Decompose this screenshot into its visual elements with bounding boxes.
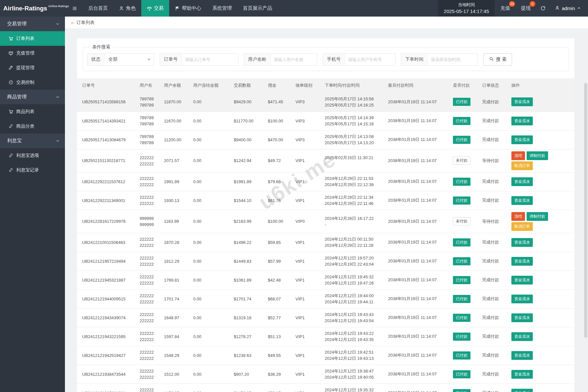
nav-item-products[interactable]: 首页展示产品: [237, 0, 278, 17]
recharge-button[interactable]: 充值 23: [495, 0, 515, 17]
user-name-input[interactable]: [270, 54, 317, 65]
user-name-line: 222222: [140, 349, 159, 355]
cancel-button[interactable]: 取消订单: [511, 161, 533, 170]
flow-button[interactable]: 资金流水: [511, 257, 533, 266]
sidebar-item-withdraw-mgmt[interactable]: 提现管理: [0, 60, 65, 75]
sidebar-item-label: 提现管理: [16, 65, 34, 71]
logo-subtext: Airline-Ratings: [48, 5, 69, 8]
column-header: 是否付款: [450, 78, 480, 93]
pay-time: 2025年05月17日 14:16:25: [325, 102, 383, 108]
paid-badge: 已付款: [453, 351, 470, 360]
scrollbar[interactable]: [584, 83, 587, 338]
cell-level: VIP3: [293, 130, 322, 149]
sidebar-item-order-list[interactable]: 订单列表: [0, 31, 65, 46]
status-select[interactable]: 全部: [105, 54, 154, 65]
sidebar-item-recharge-mgmt[interactable]: 充值管理: [0, 46, 65, 60]
order-time: 2024年12月12日 19:38:47: [325, 368, 383, 374]
cell-paid: 已付款: [450, 252, 480, 271]
cell-order-time: 2024年12月12日 19:38:472024年12月12日 19:40:05: [322, 365, 385, 384]
table-row: UB24122816172299769999999999991163.990.0…: [77, 210, 574, 233]
order-no-input[interactable]: [182, 54, 238, 65]
sidebar-item-lixibao-options[interactable]: 利息宝选项: [0, 148, 65, 163]
cell-amount: $1544.10: [231, 191, 265, 210]
force-button[interactable]: 强制付款: [527, 151, 548, 160]
flow-button[interactable]: 资金流水: [511, 276, 533, 285]
cancel-button[interactable]: 取消订单: [511, 222, 533, 231]
flow-button[interactable]: 资金流水: [511, 313, 533, 322]
user-name-line: 222222: [140, 280, 159, 286]
order-time: 2025年05月17日 14:14:39: [325, 115, 383, 121]
cell-order-id: UB2412121945321887: [77, 271, 137, 289]
cell-level: VIP1: [293, 327, 322, 346]
sidebar-item-product-mgmt[interactable]: 商品管理: [0, 90, 65, 104]
flow-button[interactable]: 资金流水: [511, 238, 533, 247]
cell-balance: 1597.84: [161, 327, 191, 346]
nav-item-system[interactable]: 系统管理: [207, 0, 237, 17]
cell-level: VIP3: [293, 93, 322, 111]
force-button[interactable]: 强制付款: [527, 212, 548, 221]
user-menu[interactable]: admin: [550, 0, 588, 17]
select-arrow-icon: [147, 59, 151, 61]
menu-icon: [72, 6, 77, 11]
freeze-button[interactable]: 冻结: [511, 151, 525, 160]
nav-item-trade[interactable]: 交易: [141, 0, 169, 17]
cell-last-pay-time: 2038年01月19日 11:14:07: [385, 111, 450, 130]
cart-icon: [8, 36, 13, 41]
user-name-line: 222222: [140, 355, 159, 361]
search-button[interactable]: 搜 索: [483, 53, 512, 66]
paid-badge: 已付款: [453, 314, 470, 322]
pay-time: 2024年12月12日 19:43:35: [325, 336, 383, 343]
order-time: 2024年12月12日 19:45:32: [325, 274, 383, 280]
cell-frozen: 0.00: [191, 172, 231, 191]
cell-commission: $49.55: [265, 346, 293, 365]
sidebar-group-label: 交易管理: [7, 21, 27, 27]
nav-item-help[interactable]: 帮助中心: [169, 0, 207, 17]
flow-button[interactable]: 资金流水: [511, 117, 533, 125]
cart-icon: [8, 109, 13, 114]
cell-order-time: 2024年12月12日 19:43:432024年12月12日 19:43:54: [322, 308, 385, 327]
flow-button[interactable]: 资金流水: [511, 351, 533, 360]
withdraw-button[interactable]: 提现 0: [515, 0, 536, 17]
refresh-icon[interactable]: [536, 0, 550, 17]
order-time-input[interactable]: [428, 54, 478, 65]
nav-item-label: 角色: [126, 5, 136, 11]
cell-actions: 冻结强制付款取消订单: [509, 149, 574, 172]
nav-item-home[interactable]: 后台首页: [83, 0, 113, 17]
breadcrumb-arrows-icon: »: [71, 19, 74, 26]
flow-button[interactable]: 资金流水: [511, 196, 533, 205]
cell-order-id: UB2412281617229976: [77, 210, 137, 233]
sidebar-item-product-category[interactable]: 商品分类: [0, 119, 65, 133]
cell-actions: 资金流水: [509, 327, 574, 346]
order-time: 2024年12月12日 19:57:20: [325, 255, 383, 261]
flow-button[interactable]: 资金流水: [511, 177, 533, 186]
flow-button[interactable]: 资金流水: [511, 389, 533, 392]
flow-button[interactable]: 资金流水: [511, 97, 533, 106]
flow-button[interactable]: 资金流水: [511, 370, 533, 379]
paid-badge: 已付款: [453, 196, 470, 205]
sidebar-item-trade-control[interactable]: 交易控制: [0, 75, 65, 90]
cell-last-pay-time: 2038年01月19日 11:14:07: [385, 308, 450, 327]
flow-button[interactable]: 资金流水: [511, 295, 533, 303]
flow-button[interactable]: 资金流水: [511, 135, 533, 144]
sidebar-item-lixibao[interactable]: 利息宝: [0, 133, 65, 148]
cell-frozen: 0.00: [191, 210, 231, 233]
nav-item-label: 系统管理: [212, 5, 232, 11]
sidebar-item-trade-mgmt[interactable]: 交易管理: [0, 17, 65, 31]
cell-actions: 资金流水: [509, 289, 574, 308]
paid-badge: 已付款: [453, 333, 470, 341]
cell-amount: $1991.89: [231, 172, 265, 191]
phone-input[interactable]: [345, 54, 395, 65]
cell-order-status: 完成付款: [480, 172, 509, 191]
nav-item-menu-toggle[interactable]: [67, 0, 83, 17]
nav-item-role[interactable]: 角色: [113, 0, 141, 17]
table-row: UB24122922115376122222222222221991.890.0…: [77, 172, 574, 191]
paid-badge: 已付款: [453, 178, 470, 186]
flow-button[interactable]: 资金流水: [511, 332, 533, 341]
cell-last-pay-time: 2038年01月19日 11:14:07: [385, 172, 450, 191]
cell-user-name: 222222222222: [137, 365, 161, 384]
cell-actions: 资金流水: [509, 172, 574, 191]
sidebar-item-product-list[interactable]: 商品列表: [0, 104, 65, 119]
sidebar-item-lixibao-records[interactable]: 利息宝记录: [0, 163, 65, 177]
pay-time: 2024年12月12日 19:44:11: [325, 299, 383, 305]
freeze-button[interactable]: 冻结: [511, 212, 525, 221]
